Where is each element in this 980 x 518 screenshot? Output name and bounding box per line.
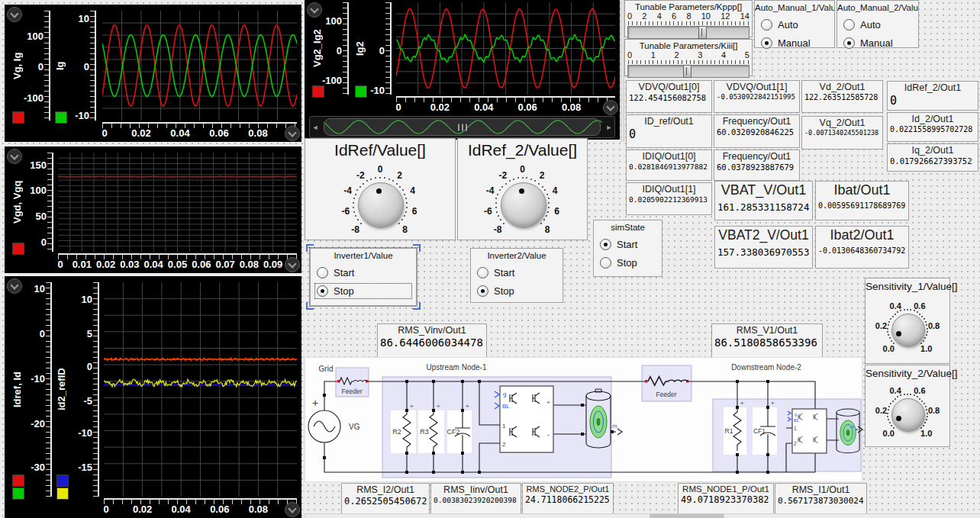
radio-unselected-icon[interactable] [317,267,328,278]
panner-left-arrow-icon[interactable]: ◄ [310,117,321,137]
knob-panel-idref-2[interactable]: IdRef_2/Value[]-8-6-4-202468 [457,138,588,240]
radio-option-manual[interactable]: Manual [761,37,828,49]
knob-tick-mark [501,186,503,188]
radio-option-stop[interactable]: Stop [600,257,656,269]
radio-option-start[interactable]: Start [317,267,410,278]
knob-tick-label: 4 [410,185,415,196]
knob-panel-sensitivity-2[interactable]: Sensitivity_2/Value[]0.00.20.40.60.81.0 [865,365,950,447]
radio-selected-icon[interactable] [317,285,328,297]
knob-grip[interactable] [891,398,925,432]
scope-menu-icon[interactable] [7,278,22,294]
radio-option-start[interactable]: Start [477,267,556,278]
svg-text:+: + [410,403,414,410]
scope-idref-id: Idref, Id100-10-20-30id2_refID1050-5-10-… [5,276,301,518]
x-axis-tick-label: 0.08 [248,127,267,139]
radio-option-stop[interactable]: Stop [317,285,410,297]
knob-grip[interactable] [891,314,925,347]
selection-handle-icon[interactable] [306,244,314,252]
radio-group-simstate[interactable]: simStateStartStop [593,220,662,277]
legend-swatch [12,475,24,487]
inv2-port-2-label: 2 [794,441,797,446]
radio-option-stop[interactable]: Stop [477,285,556,297]
scope-resize-icon[interactable] [603,100,618,115]
vg-label: VG [349,423,360,431]
port-bl-label: BL [502,403,510,410]
slider-tick-label: 1 [651,50,656,60]
panner-thumb[interactable] [324,118,601,136]
scrollbar-thumb[interactable] [650,514,724,518]
knob-tick-mark [396,183,398,185]
selection-handle-icon[interactable] [413,244,421,252]
radio-unselected-icon[interactable] [477,267,488,278]
scope-panner-scrollbar[interactable]: ◄► [309,116,615,138]
x-axis-tick-label: 0.04 [170,127,189,139]
scope-resize-icon[interactable] [285,502,300,517]
radio-unselected-icon[interactable] [600,257,611,269]
selection-handle-icon[interactable] [306,302,314,310]
selection-handle-icon[interactable] [413,302,421,310]
knob-tick-label: 1.0 [920,429,932,438]
radio-group-inverter1[interactable]: Inverter1/ValueStartStop [310,248,417,306]
horizontal-scrollbar[interactable] [305,513,980,518]
knob-tick-label: -8 [494,224,502,235]
knob-tick-mark [499,189,501,191]
knob-panel-sensitivity-1[interactable]: Sensitivity_1/Value[]0.00.20.40.60.81.0 [865,278,950,364]
slider-thumb[interactable] [698,26,707,39]
scope-resize-icon[interactable] [285,257,300,272]
x-axis-tick-label: 0.06 [210,504,229,515]
knob-tick-mark [910,309,911,310]
x-axis-tick-label: 0 [103,504,108,515]
scope-menu-icon[interactable] [307,2,322,18]
radio-option-auto[interactable]: Auto [843,19,912,31]
slider-panel-kppp[interactable]: Tunable Parameters/Kppp[]02468101214 [624,0,753,37]
knob-tick-mark [402,189,404,191]
inverter2-block[interactable] [788,409,827,453]
window-splitter[interactable] [621,0,624,142]
knob-tick-label: 1.0 [920,344,932,353]
radio-group-inverter2[interactable]: Inverter2/ValueStartStop [470,248,563,303]
vg-source[interactable] [308,410,340,442]
knob-panel-idref[interactable]: IdRef/Value[]-8-6-4-202468 [305,138,456,240]
upstream-node-region[interactable] [382,377,611,478]
knob-tick-mark [895,314,896,315]
radio-option-auto[interactable]: Auto [761,19,828,31]
x-axis-tick-label: 0.08 [562,101,581,113]
slider-groove[interactable] [627,26,750,39]
knob-tick-mark [919,398,920,400]
x-axis-tick-label: 0.04 [172,504,191,515]
radio-selected-icon[interactable] [477,285,488,297]
slider-groove[interactable] [627,65,750,78]
x-axis-tick-label: 0.06 [192,259,211,270]
scope-menu-icon[interactable] [7,149,22,164]
scope-resize-icon[interactable] [285,126,300,141]
scope-plot [104,282,297,497]
panner-right-arrow-icon[interactable]: ► [604,117,614,137]
knob-tick-label: 0 [520,164,525,175]
radio-selected-icon[interactable] [761,37,772,49]
slider-tick-label: 0 [627,50,632,60]
radio-selected-icon[interactable] [843,37,855,49]
slider-thumb[interactable] [683,65,691,78]
scope-y-axis: Idref, Id100-10-20-30 [11,282,52,497]
knob-dial[interactable]: -8-6-4-202468 [305,139,455,240]
display-label: RMS_I2/Out1 [344,484,427,495]
display-value: 60.0320920846225 [717,127,797,137]
radio-option-manual[interactable]: Manual [843,37,912,49]
knob-dial[interactable]: -8-6-4-202468 [458,139,587,240]
knob-dial[interactable]: 0.00.20.40.60.81.0 [866,278,949,363]
radio-unselected-icon[interactable] [843,19,855,31]
axis-tick-label: 100 [30,185,47,196]
axis-line [93,282,99,497]
radio-group-auto-manual-1[interactable]: Auto_Manual_1/ValueAutoManual [754,0,835,48]
slider-panel-kiii[interactable]: Tunable Parameters/Kiii[]012345 [624,39,753,76]
radio-unselected-icon[interactable] [761,19,772,31]
radio-selected-icon[interactable] [600,239,611,250]
radio-group-auto-manual-2[interactable]: Auto_Manual_2/ValueAutoManual [837,0,919,48]
scope-menu-icon[interactable] [7,7,22,22]
panner-grip-icon[interactable] [458,124,467,130]
axis-label: Idref, Id [11,282,23,497]
radio-option-start[interactable]: Start [600,239,656,250]
display-label: Vd_2/Out1 [804,82,880,92]
knob-dial[interactable]: 0.00.20.40.60.81.0 [866,365,949,446]
axis-line [90,11,96,121]
